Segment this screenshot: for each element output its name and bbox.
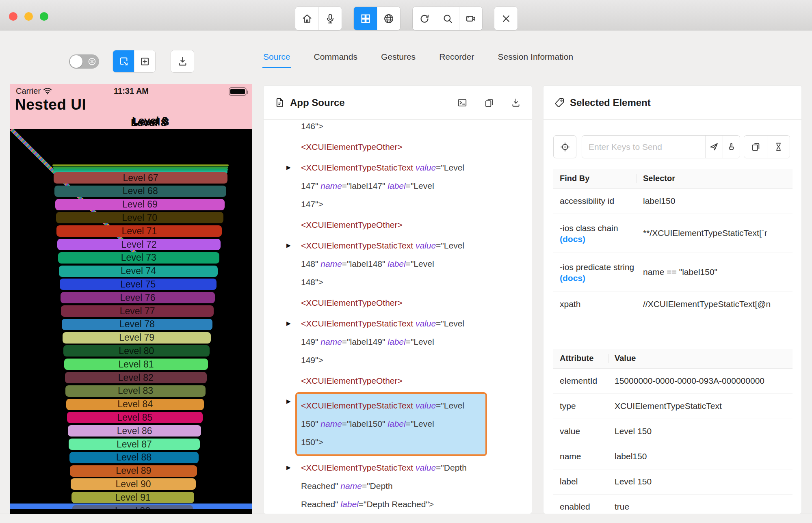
level-bar[interactable]: Level 82: [65, 372, 207, 383]
grid-view-button[interactable]: [354, 7, 377, 30]
search-button[interactable]: [436, 7, 459, 30]
level-bar[interactable]: Level 83: [65, 385, 205, 397]
level-bar[interactable]: Level 80: [63, 345, 210, 357]
xml-node[interactable]: <XCUIElementTypeOther>: [264, 294, 532, 312]
attribute-row: valueLevel 150: [553, 419, 793, 444]
expander-arrow-icon[interactable]: ▶: [286, 398, 291, 404]
level-bar[interactable]: Level 73: [58, 252, 219, 264]
level-bar[interactable]: Level 69: [55, 199, 225, 210]
download-screenshot-button[interactable]: [171, 50, 194, 72]
find-by-row[interactable]: -ios class chain(docs)**/XCUIElementType…: [553, 214, 793, 253]
level-bar[interactable]: Level 74: [59, 266, 218, 277]
send-keys-group: [582, 135, 740, 158]
level-bar[interactable]: Level 90: [71, 478, 195, 490]
send-keys-input[interactable]: [582, 136, 705, 158]
clear-brush-icon: [726, 142, 736, 152]
level-bar[interactable]: Level 72: [57, 239, 221, 250]
attribute-value: XCUIElementTypeStaticText: [608, 393, 793, 419]
tab-session-information[interactable]: Session Information: [498, 52, 574, 68]
xml-node[interactable]: <XCUIElementTypeOther>: [264, 138, 532, 156]
download-icon[interactable]: [511, 97, 521, 108]
terminal-icon[interactable]: [457, 97, 468, 108]
traffic-minimize-button[interactable]: [24, 12, 33, 21]
xml-node[interactable]: ▶<XCUIElementTypeStaticText value="Level…: [264, 236, 532, 291]
app-source-panel: App Source 146"><XCUIElementTypeOther>▶<…: [263, 85, 532, 514]
xml-node[interactable]: ▶<XCUIElementTypeStaticText value="Level…: [264, 392, 532, 456]
attribute-header: Attribute: [553, 349, 608, 368]
tab-source[interactable]: Source: [263, 52, 290, 68]
level-bar[interactable]: Level 76: [61, 292, 215, 303]
xml-source-line: <XCUIElementTypeOther>: [301, 372, 532, 390]
level-bar[interactable]: Level 89: [70, 465, 197, 477]
level-bar[interactable]: Level 92: [72, 505, 193, 509]
tab-recorder[interactable]: Recorder: [439, 52, 474, 68]
tab-gestures[interactable]: Gestures: [381, 52, 416, 68]
expander-arrow-icon[interactable]: ▶: [286, 242, 291, 249]
microphone-button[interactable]: [318, 7, 342, 30]
xml-source-line: <XCUIElementTypeStaticText value="Level: [301, 396, 481, 415]
level-bar[interactable]: Level 75: [60, 279, 217, 290]
expander-arrow-icon[interactable]: ▶: [286, 164, 291, 171]
xml-node[interactable]: 146">: [264, 120, 532, 135]
record-button[interactable]: [459, 7, 482, 30]
level-bar[interactable]: Level 79: [63, 332, 211, 344]
xml-source-line: <XCUIElementTypeStaticText value="Level: [301, 236, 532, 255]
highlight-toggle[interactable]: [69, 54, 99, 69]
copy-attributes-button[interactable]: [744, 136, 767, 158]
level-bar[interactable]: Level 77: [61, 305, 214, 317]
docs-link[interactable]: (docs): [560, 273, 630, 283]
xml-node[interactable]: ▶<XCUIElementTypeStaticText value="Level…: [264, 158, 532, 213]
xml-source-line: 149">: [301, 351, 532, 369]
app-title: Nested UI: [15, 96, 86, 113]
home-icon: [301, 13, 313, 24]
level-bar[interactable]: Level 78: [62, 319, 212, 330]
copy-icon: [751, 142, 761, 152]
selected-node-highlight[interactable]: <XCUIElementTypeStaticText value="Level1…: [295, 392, 487, 456]
level-bar[interactable]: Level 85: [67, 412, 203, 423]
xml-source-tree[interactable]: 146"><XCUIElementTypeOther>▶<XCUIElement…: [264, 120, 532, 514]
level-bar[interactable]: Level 84: [66, 399, 204, 410]
find-by-strategy: -ios class chain: [560, 222, 630, 234]
expander-arrow-icon[interactable]: ▶: [286, 320, 291, 326]
search-icon: [442, 13, 453, 24]
docs-link[interactable]: (docs): [560, 234, 630, 244]
expander-arrow-icon[interactable]: ▶: [286, 464, 291, 471]
level-bar[interactable]: Level 81: [64, 359, 208, 370]
locate-element-button[interactable]: [553, 135, 576, 158]
globe-button[interactable]: [377, 7, 400, 30]
level-bar[interactable]: Level 68: [54, 186, 226, 197]
app-source-title: App Source: [290, 97, 345, 108]
tab-commands[interactable]: Commands: [314, 52, 357, 68]
attribute-name: enabled: [553, 494, 608, 514]
traffic-zoom-button[interactable]: [40, 12, 48, 21]
select-element-button[interactable]: [113, 50, 134, 72]
level-bar[interactable]: Level 86: [68, 425, 201, 437]
add-element-button[interactable]: [134, 50, 155, 72]
refresh-button[interactable]: [413, 7, 436, 30]
find-by-row[interactable]: xpath//XCUIElementTypeStaticText[@n: [553, 292, 793, 317]
level-bar[interactable]: Level 87: [69, 439, 200, 450]
xml-node[interactable]: <XCUIElementTypeOther>: [264, 372, 532, 390]
copy-icon[interactable]: [484, 97, 494, 108]
level-bar[interactable]: Level 70: [56, 212, 223, 223]
level-bar[interactable]: Level 67: [54, 172, 227, 184]
xml-node[interactable]: <XCUIElementTypeOther>: [264, 216, 532, 234]
xml-node[interactable]: ▶<XCUIElementTypeStaticText value="Depth…: [264, 458, 532, 513]
send-keys-button[interactable]: [705, 136, 723, 158]
level-bar[interactable]: Level 88: [69, 452, 199, 463]
level-bar[interactable]: Level 71: [56, 225, 222, 237]
find-by-row[interactable]: -ios predicate string(docs)name == "labe…: [553, 253, 793, 292]
find-by-row[interactable]: accessibility idlabel150: [553, 188, 793, 214]
xml-node[interactable]: ▶<XCUIElementTypeStaticText value="Level…: [264, 314, 532, 369]
wait-timing-button[interactable]: [767, 136, 790, 158]
quit-session-button[interactable]: [494, 7, 518, 30]
device-screenshot-panel[interactable]: Carrier 11:31 AM Nested UI Level 8 Level…: [10, 84, 252, 514]
traffic-close-button[interactable]: [9, 12, 17, 21]
video-camera-icon: [465, 13, 476, 24]
home-button[interactable]: [295, 7, 318, 30]
level-bar[interactable]: Level 91: [71, 492, 194, 503]
clear-button[interactable]: [723, 136, 740, 158]
toggle-off-icon: [88, 57, 96, 66]
find-by-header: Find By: [553, 169, 637, 188]
download-group: [171, 50, 194, 72]
